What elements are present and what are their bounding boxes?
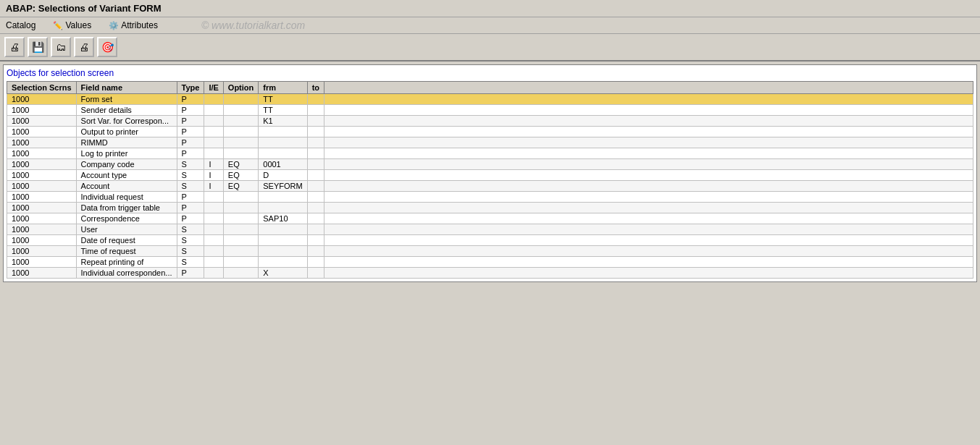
col-header-frm: frm xyxy=(259,82,307,94)
table-row[interactable]: 1000Date of requestS xyxy=(7,235,973,246)
cell-to xyxy=(307,148,324,159)
cell-to xyxy=(307,268,324,279)
cell-empty xyxy=(324,213,973,224)
attributes-label: Attributes xyxy=(121,20,158,30)
table-row[interactable]: 1000Individual requestP xyxy=(7,192,973,203)
cell-scrns: 1000 xyxy=(7,257,77,268)
cell-option xyxy=(223,246,258,257)
table-row[interactable]: 1000Time of requestS xyxy=(7,246,973,257)
cell-scrns: 1000 xyxy=(7,181,77,192)
cell-to xyxy=(307,192,324,203)
cell-type: S xyxy=(177,170,204,181)
table-row[interactable]: 1000AccountSIEQSEYFORM xyxy=(7,181,973,192)
cell-type: P xyxy=(177,94,204,105)
values-menu-item[interactable]: ✏️ Values xyxy=(50,19,94,32)
table-row[interactable]: 1000Data from trigger tableP xyxy=(7,203,973,213)
folder-button[interactable]: 🗂 xyxy=(51,37,71,57)
cell-option xyxy=(223,268,258,279)
settings-button[interactable]: 🎯 xyxy=(97,37,117,57)
cell-ie: I xyxy=(204,159,223,170)
cell-field: Form set xyxy=(76,94,177,105)
table-row[interactable]: 1000Log to printerP xyxy=(7,148,973,159)
cell-frm: X xyxy=(259,268,307,279)
cell-option xyxy=(223,127,258,137)
cell-empty xyxy=(324,235,973,246)
table-row[interactable]: 1000CorrespondencePSAP10 xyxy=(7,213,973,224)
cell-field: Company code xyxy=(76,159,177,170)
cell-field: Individual request xyxy=(76,192,177,203)
cell-field: Log to printer xyxy=(76,148,177,159)
col-header-to: to xyxy=(307,82,324,94)
cell-type: S xyxy=(177,235,204,246)
cell-to xyxy=(307,257,324,268)
cell-ie: I xyxy=(204,181,223,192)
print-button[interactable]: 🖨 xyxy=(4,37,25,57)
table-row[interactable]: 1000RIMMDP xyxy=(7,137,973,148)
col-header-type: Type xyxy=(177,82,204,94)
cell-ie xyxy=(204,192,223,203)
cell-type: P xyxy=(177,203,204,213)
cell-scrns: 1000 xyxy=(7,192,77,203)
table-row[interactable]: 1000Sort Var. for Correspon...PK1 xyxy=(7,116,973,127)
cell-frm: SEYFORM xyxy=(259,181,307,192)
cell-option xyxy=(223,116,258,127)
watermark: © www.tutorialkart.com xyxy=(201,20,305,31)
cell-to xyxy=(307,137,324,148)
cell-to xyxy=(307,170,324,181)
table-row[interactable]: 1000UserS xyxy=(7,224,973,235)
cell-field: Sender details xyxy=(76,105,177,116)
cell-empty xyxy=(324,224,973,235)
save-button[interactable]: 💾 xyxy=(28,37,48,57)
cell-empty xyxy=(324,137,973,148)
col-header-ie: I/E xyxy=(204,82,223,94)
values-label: Values xyxy=(65,20,91,30)
cell-to xyxy=(307,94,324,105)
cell-field: Time of request xyxy=(76,246,177,257)
table-row[interactable]: 1000Sender detailsPTT xyxy=(7,105,973,116)
col-header-option: Option xyxy=(223,82,258,94)
cell-ie xyxy=(204,94,223,105)
catalog-menu-item[interactable]: Catalog xyxy=(3,19,38,32)
cell-frm xyxy=(259,137,307,148)
cell-type: S xyxy=(177,257,204,268)
print2-button[interactable]: 🖨 xyxy=(74,37,94,57)
col-header-extra xyxy=(324,82,973,94)
cell-to xyxy=(307,246,324,257)
table-row[interactable]: 1000Company codeSIEQ0001 xyxy=(7,159,973,170)
cell-empty xyxy=(324,116,973,127)
table-row[interactable]: 1000Repeat printing ofS xyxy=(7,257,973,268)
cell-empty xyxy=(324,170,973,181)
table-row[interactable]: 1000Output to printerP xyxy=(7,127,973,137)
table-row[interactable]: 1000Form setPTT xyxy=(7,94,973,105)
cell-ie xyxy=(204,213,223,224)
cell-frm xyxy=(259,192,307,203)
cell-type: S xyxy=(177,181,204,192)
cell-frm: SAP10 xyxy=(259,213,307,224)
cell-field: Data from trigger table xyxy=(76,203,177,213)
cell-to xyxy=(307,224,324,235)
cell-ie: I xyxy=(204,170,223,181)
cell-empty xyxy=(324,105,973,116)
cell-frm: D xyxy=(259,170,307,181)
title-bar: ABAP: Selections of Variant FORM xyxy=(0,0,980,17)
catalog-label: Catalog xyxy=(6,20,35,30)
cell-frm: K1 xyxy=(259,116,307,127)
attributes-menu-item[interactable]: ⚙️ Attributes xyxy=(106,19,161,32)
cell-empty xyxy=(324,181,973,192)
table-row[interactable]: 1000Account typeSIEQD xyxy=(7,170,973,181)
cell-to xyxy=(307,213,324,224)
table-row[interactable]: 1000Individual corresponden...PX xyxy=(7,268,973,279)
cell-ie xyxy=(204,246,223,257)
cell-field: Repeat printing of xyxy=(76,257,177,268)
cell-empty xyxy=(324,94,973,105)
section-label: Objects for selection screen xyxy=(7,68,973,78)
cell-ie xyxy=(204,105,223,116)
cell-type: S xyxy=(177,224,204,235)
cell-frm xyxy=(259,257,307,268)
toolbar: 🖨 💾 🗂 🖨 🎯 xyxy=(0,34,980,62)
cell-scrns: 1000 xyxy=(7,127,77,137)
cell-type: P xyxy=(177,148,204,159)
cell-option xyxy=(223,105,258,116)
cell-empty xyxy=(324,127,973,137)
cell-frm xyxy=(259,224,307,235)
